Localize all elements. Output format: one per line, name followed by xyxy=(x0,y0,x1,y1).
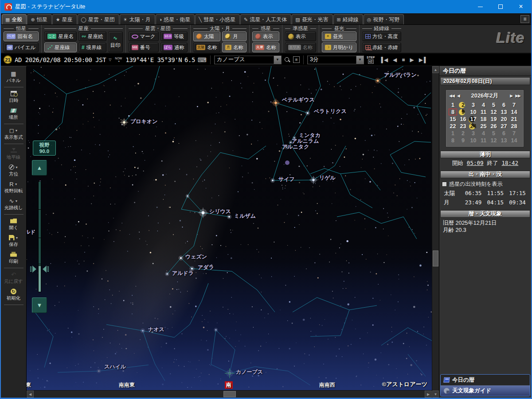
calendar-day-17[interactable]: 17 xyxy=(468,116,478,123)
sidebar-item-視野回転[interactable]: R▼視野回転 xyxy=(1,179,26,196)
twilight-end-time[interactable]: 18:42 xyxy=(502,160,519,167)
calendar-day-18[interactable]: 18 xyxy=(478,116,489,123)
chevron-down-icon[interactable]: ▼ xyxy=(274,56,281,64)
sidebar-item-開く[interactable]: 開く xyxy=(1,216,26,233)
calendar-day-3[interactable]: 3 xyxy=(468,102,478,109)
sidebar-item-パネル[interactable]: ▦パネル xyxy=(1,69,26,86)
toolbar-button-表示[interactable]: 表示 xyxy=(252,31,279,41)
location-display[interactable]: 139°44'E 35°39'N xyxy=(125,56,182,63)
vertical-scrollbar[interactable]: ▲ ▼ xyxy=(432,66,439,398)
next-year-button[interactable]: ▶▶ xyxy=(514,94,522,98)
toolbar-button-マーク[interactable]: マーク xyxy=(129,31,159,41)
stop-button[interactable]: ■ xyxy=(402,57,404,63)
calendar-day-1[interactable]: 1 xyxy=(448,102,458,109)
tab-昼光・光害[interactable]: ▨昼光・光害 xyxy=(292,14,332,24)
tab-惑星・衛星[interactable]: ◑惑星・衛星 xyxy=(156,14,195,24)
magnitude-limit[interactable]: 6.5 xyxy=(184,56,195,63)
toolbar-button-名称[interactable]: エリス名称 xyxy=(285,43,316,52)
tab-overflow-button[interactable]: ≡ xyxy=(520,15,529,23)
toolbar-button-名称[interactable]: 火星名称 xyxy=(252,43,279,52)
datetime-dropdown-icon[interactable]: ▽ xyxy=(109,58,111,62)
sidebar-item-印刷[interactable]: 印刷 xyxy=(1,250,26,266)
toolbar-button-赤経・赤緯[interactable]: 2000赤経・赤緯 xyxy=(362,43,401,52)
calendar-day-4[interactable]: 4 xyxy=(478,102,489,109)
toolbar-button-方位・高度[interactable]: 方位・高度 xyxy=(362,31,401,41)
sidebar-item-光跡残し[interactable]: ∿▼光跡残し xyxy=(1,196,26,213)
fov-slider[interactable] xyxy=(36,181,43,292)
toolbar-button-境界線[interactable]: #境界線 xyxy=(78,43,106,52)
calendar-day-15[interactable]: 15 xyxy=(448,116,458,123)
toolbar-button-昼光[interactable]: ☀昼光 xyxy=(322,31,357,41)
calendar-day-24[interactable]: 24 xyxy=(468,123,478,130)
toolbar-button-等級[interactable]: 10.0等級 xyxy=(160,31,188,41)
toolbar-button-バイエル[interactable]: αβバイエル xyxy=(4,43,39,52)
calendar-day-25[interactable]: 25 xyxy=(478,123,489,130)
toolbar-button-番号[interactable]: M8番号 xyxy=(129,43,159,52)
panel-tab-天文現象ガイド[interactable]: 天文現象ガイド xyxy=(441,385,530,396)
calendar-day-20[interactable]: 20 xyxy=(499,116,509,123)
calendar-day-19[interactable]: 19 xyxy=(489,116,499,123)
fov-slider-handle[interactable] xyxy=(30,266,31,272)
sidebar-item-日時[interactable]: 日時 xyxy=(1,89,26,106)
minimize-button[interactable] xyxy=(470,0,490,13)
calendar-day-14[interactable]: 14 xyxy=(509,109,519,116)
now-button[interactable]: NOW ◔ xyxy=(114,57,123,63)
calendar-day-16[interactable]: 16 xyxy=(458,116,468,123)
toolbar-button-星座名[interactable]: こと星座名 xyxy=(44,31,77,41)
vscroll-track[interactable] xyxy=(432,73,439,391)
fov-slider-handle[interactable] xyxy=(32,266,36,273)
calendar-day-26[interactable]: 26 xyxy=(489,123,499,130)
sidebar-item-場所[interactable]: 場所 xyxy=(1,106,26,122)
tab-流星・人工天体[interactable]: ✎流星・人工天体 xyxy=(240,14,291,24)
toolbar-button-月明かり[interactable]: ☽月明かり xyxy=(322,43,357,52)
scroll-down-arrow[interactable]: ▼ xyxy=(432,391,439,398)
scroll-right-arrow[interactable]: ▶ xyxy=(425,391,432,398)
go-start-button[interactable]: ▌◀ xyxy=(381,57,387,63)
toolbar-button-月[interactable]: 月 xyxy=(222,31,246,41)
calendar-day-22[interactable]: 22 xyxy=(448,123,458,130)
sidebar-item-方位[interactable]: ▼方位 xyxy=(1,162,26,179)
toolbar-button-名称[interactable]: 月名称 xyxy=(222,43,246,52)
toolbar-button-星座線[interactable]: ⋰星座線 xyxy=(44,43,77,52)
tab-太陽・月[interactable]: ☀太陽・月 xyxy=(120,14,155,24)
calendar-day-11[interactable]: 11 xyxy=(478,109,489,116)
vscroll-thumb[interactable] xyxy=(433,250,438,266)
go-end-button[interactable]: ▶▐ xyxy=(419,57,425,63)
calendar-day-7[interactable]: 7 xyxy=(509,102,519,109)
zoom-in-button[interactable]: ▲ xyxy=(32,160,47,176)
tab-経緯線[interactable]: ⊞経緯線 xyxy=(333,14,363,24)
calendar-day-13[interactable]: 13 xyxy=(499,109,509,116)
calendar-day-23[interactable]: 23 xyxy=(458,123,468,130)
prev-month-button[interactable]: ◀ xyxy=(456,94,461,98)
prev-year-button[interactable]: ◀◀ xyxy=(448,94,456,98)
calendar-day-6[interactable]: 6 xyxy=(499,102,509,109)
search-icon[interactable] xyxy=(284,57,290,63)
calendar-day-28[interactable]: 28 xyxy=(509,123,519,130)
datetime-display[interactable]: AD 2026/02/08 20:50:00 JST xyxy=(15,56,106,63)
scroll-up-arrow[interactable]: ▲ xyxy=(432,66,439,73)
tab-視野・写野[interactable]: ◎視野・写野 xyxy=(364,14,404,24)
calendar-day-2[interactable]: 2 xyxy=(458,102,468,109)
maximize-button[interactable] xyxy=(490,0,511,13)
step-mode-button[interactable]: STEP x2 xyxy=(367,56,375,64)
tab-星座[interactable]: ★星座 xyxy=(52,14,77,24)
calendar-day-5[interactable]: 5 xyxy=(489,102,499,109)
sidebar-item-保存[interactable]: ▼保存 xyxy=(1,233,26,250)
calendar-day-9[interactable]: 9 xyxy=(458,109,468,116)
play-back-button[interactable]: ◀ xyxy=(393,57,396,63)
zoom-out-button[interactable]: ▼ xyxy=(32,297,47,313)
chevron-down-icon[interactable]: ▼ xyxy=(356,56,364,64)
fov-slider-handle[interactable] xyxy=(47,266,49,272)
toolbar-button-通称[interactable]: ばら通称 xyxy=(160,43,188,52)
horizontal-scrollbar[interactable]: ◀ ▶ xyxy=(27,390,432,398)
keyboard-icon[interactable]: ⌨ xyxy=(198,56,207,63)
target-select[interactable]: カノープス ▼ xyxy=(214,55,282,64)
sky-view[interactable]: アルデバランベテルギウスベラトリクスプロキオンミンタカアルニラムアルニタクサイフ… xyxy=(27,66,432,390)
calendar-day-27[interactable]: 27 xyxy=(499,123,509,130)
next-month-button[interactable]: ▶ xyxy=(509,94,514,98)
toolbar-button-表示[interactable]: 表示 xyxy=(285,31,316,41)
hscroll-thumb[interactable] xyxy=(223,391,236,397)
sidebar-item-初期化[interactable]: 初期化 xyxy=(1,286,26,303)
toolbar-button-固有名[interactable]: ベガ固有名 xyxy=(4,31,39,41)
hscroll-track[interactable] xyxy=(34,391,425,398)
